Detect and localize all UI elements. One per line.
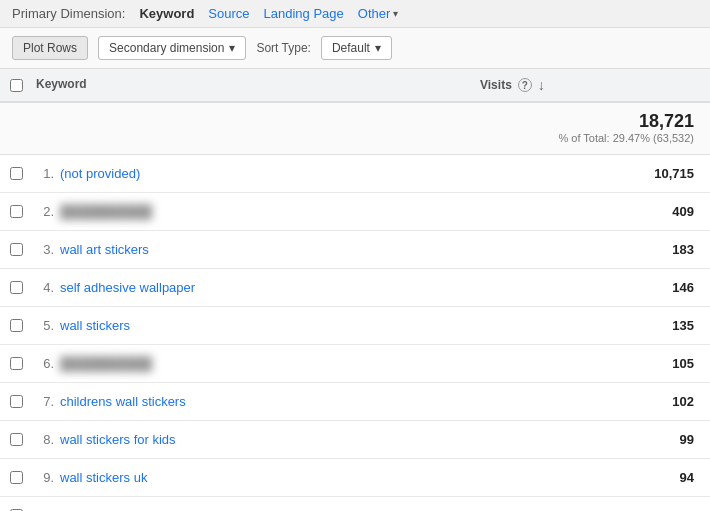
nav-keyword[interactable]: Keyword — [139, 6, 194, 21]
row-checkbox-9[interactable] — [0, 471, 32, 484]
summary-total: 18,721 — [480, 111, 694, 132]
row-number-2: 2. — [32, 204, 60, 219]
nav-landing-page[interactable]: Landing Page — [264, 6, 344, 21]
row-check-input-5[interactable] — [10, 319, 23, 332]
secondary-dimension-button[interactable]: Secondary dimension ▾ — [98, 36, 246, 60]
row-check-input-4[interactable] — [10, 281, 23, 294]
primary-dimension-bar: Primary Dimension: Keyword Source Landin… — [0, 0, 710, 28]
summary-check-spacer — [0, 103, 32, 154]
header-check — [0, 77, 32, 93]
table-row: 8. wall stickers for kids 99 — [0, 421, 710, 459]
row-check-input-8[interactable] — [10, 433, 23, 446]
sort-down-icon[interactable]: ↓ — [538, 77, 545, 93]
summary-visits: 18,721 % of Total: 29.47% (63,532) — [480, 103, 710, 154]
summary-percent: % of Total: 29.47% (63,532) — [480, 132, 694, 144]
secondary-dimension-arrow: ▾ — [229, 41, 235, 55]
row-number-7: 7. — [32, 394, 60, 409]
row-checkbox-2[interactable] — [0, 205, 32, 218]
row-check-input-7[interactable] — [10, 395, 23, 408]
sort-default-button[interactable]: Default ▾ — [321, 36, 392, 60]
row-visits-6: 105 — [480, 356, 710, 371]
other-dropdown-arrow: ▾ — [393, 8, 398, 19]
row-checkbox-5[interactable] — [0, 319, 32, 332]
row-visits-2: 409 — [480, 204, 710, 219]
row-keyword-2[interactable]: ██████████ — [60, 204, 480, 219]
row-check-input-9[interactable] — [10, 471, 23, 484]
row-check-input-2[interactable] — [10, 205, 23, 218]
table-row: 10. wall decals 90 — [0, 497, 710, 511]
col-keyword-header: Keyword — [32, 77, 480, 93]
row-checkbox-8[interactable] — [0, 433, 32, 446]
table-row: 1. (not provided) 10,715 — [0, 155, 710, 193]
primary-dimension-label: Primary Dimension: — [12, 6, 125, 21]
row-number-9: 9. — [32, 470, 60, 485]
row-visits-8: 99 — [480, 432, 710, 447]
row-number-3: 3. — [32, 242, 60, 257]
table-row: 3. wall art stickers 183 — [0, 231, 710, 269]
table-header: Keyword Visits ? ↓ — [0, 69, 710, 103]
table-row: 9. wall stickers uk 94 — [0, 459, 710, 497]
row-check-input-1[interactable] — [10, 167, 23, 180]
row-checkbox-7[interactable] — [0, 395, 32, 408]
row-visits-3: 183 — [480, 242, 710, 257]
sort-type-label: Sort Type: — [256, 41, 310, 55]
row-visits-7: 102 — [480, 394, 710, 409]
row-keyword-9[interactable]: wall stickers uk — [60, 470, 480, 485]
sort-default-arrow: ▾ — [375, 41, 381, 55]
row-keyword-6[interactable]: ██████████ — [60, 356, 480, 371]
table-row: 6. ██████████ 105 — [0, 345, 710, 383]
row-check-input-6[interactable] — [10, 357, 23, 370]
row-keyword-3[interactable]: wall art stickers — [60, 242, 480, 257]
row-check-input-3[interactable] — [10, 243, 23, 256]
row-number-6: 6. — [32, 356, 60, 371]
row-visits-1: 10,715 — [480, 166, 710, 181]
row-keyword-4[interactable]: self adhesive wallpaper — [60, 280, 480, 295]
nav-other[interactable]: Other ▾ — [358, 6, 399, 21]
data-table: Keyword Visits ? ↓ 18,721 % of Total: 29… — [0, 69, 710, 511]
table-row: 5. wall stickers 135 — [0, 307, 710, 345]
row-number-1: 1. — [32, 166, 60, 181]
row-checkbox-6[interactable] — [0, 357, 32, 370]
nav-source[interactable]: Source — [208, 6, 249, 21]
row-number-8: 8. — [32, 432, 60, 447]
rows-container: 1. (not provided) 10,715 2. ██████████ 4… — [0, 155, 710, 511]
row-number-5: 5. — [32, 318, 60, 333]
summary-keyword-spacer — [32, 103, 480, 154]
table-row: 4. self adhesive wallpaper 146 — [0, 269, 710, 307]
table-row: 7. childrens wall stickers 102 — [0, 383, 710, 421]
select-all-checkbox[interactable] — [10, 79, 23, 92]
toolbar: Plot Rows Secondary dimension ▾ Sort Typ… — [0, 28, 710, 69]
plot-rows-button[interactable]: Plot Rows — [12, 36, 88, 60]
summary-row: 18,721 % of Total: 29.47% (63,532) — [0, 103, 710, 155]
row-keyword-8[interactable]: wall stickers for kids — [60, 432, 480, 447]
row-checkbox-1[interactable] — [0, 167, 32, 180]
row-visits-9: 94 — [480, 470, 710, 485]
row-visits-5: 135 — [480, 318, 710, 333]
row-visits-4: 146 — [480, 280, 710, 295]
visits-help-icon[interactable]: ? — [518, 78, 532, 92]
row-keyword-5[interactable]: wall stickers — [60, 318, 480, 333]
row-number-4: 4. — [32, 280, 60, 295]
row-keyword-1[interactable]: (not provided) — [60, 166, 480, 181]
col-visits-header: Visits ? ↓ — [480, 77, 710, 93]
row-keyword-7[interactable]: childrens wall stickers — [60, 394, 480, 409]
table-row: 2. ██████████ 409 — [0, 193, 710, 231]
row-checkbox-4[interactable] — [0, 281, 32, 294]
row-checkbox-3[interactable] — [0, 243, 32, 256]
